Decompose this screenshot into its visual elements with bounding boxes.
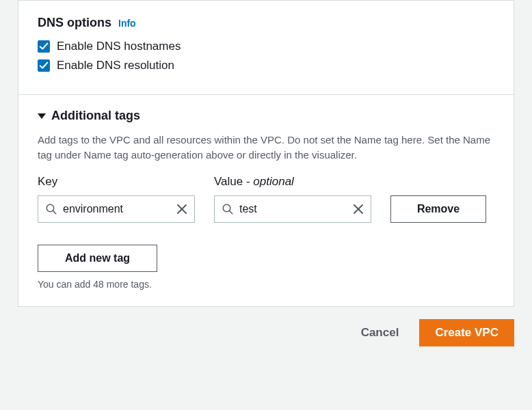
clear-icon[interactable] [176,204,187,215]
additional-tags-section: Additional tags Add tags to the VPC and … [18,95,514,306]
tag-value-input[interactable] [239,203,346,215]
dns-hostnames-row: Enable DNS hostnames [38,40,494,53]
additional-tags-toggle[interactable]: Additional tags [38,109,494,123]
caret-down-icon [38,113,46,119]
dns-hostnames-label: Enable DNS hostnames [57,40,181,53]
create-vpc-button[interactable]: Create VPC [419,319,514,346]
svg-line-1 [53,210,56,214]
tag-value-label: Value - optional [214,175,371,189]
remove-tag-button[interactable]: Remove [390,195,486,223]
clear-icon[interactable] [353,204,364,215]
cancel-button[interactable]: Cancel [354,320,406,345]
form-footer: Cancel Create VPC [0,307,532,359]
additional-tags-title: Additional tags [51,109,140,123]
tag-key-label: Key [38,175,195,189]
svg-line-5 [229,210,232,214]
tag-value-input-wrap [214,195,371,223]
dns-resolution-label: Enable DNS resolution [57,59,174,72]
dns-resolution-checkbox[interactable] [38,59,50,72]
tag-value-column: Value - optional [214,175,371,223]
tag-remove-column: Remove [390,195,486,223]
dns-options-title: DNS options [38,16,111,30]
dns-hostnames-checkbox[interactable] [38,40,50,53]
dns-resolution-row: Enable DNS resolution [38,59,494,72]
add-new-tag-button[interactable]: Add new tag [38,245,157,272]
tags-remaining-hint: You can add 48 more tags. [38,279,494,290]
tag-key-input[interactable] [63,203,170,215]
check-icon [39,42,49,51]
tags-description: Add tags to the VPC and all resources wi… [38,133,494,163]
info-link[interactable]: Info [118,18,136,29]
search-icon [45,203,57,215]
tag-key-column: Key [38,175,195,223]
tag-key-input-wrap [38,195,195,223]
check-icon [39,61,49,70]
settings-panel: DNS options Info Enable DNS hostnames En… [18,0,514,307]
tag-row: Key Value - optional Remove [38,175,494,223]
dns-options-header: DNS options Info [38,16,494,30]
dns-options-section: DNS options Info Enable DNS hostnames En… [18,1,514,94]
search-icon [222,203,234,215]
